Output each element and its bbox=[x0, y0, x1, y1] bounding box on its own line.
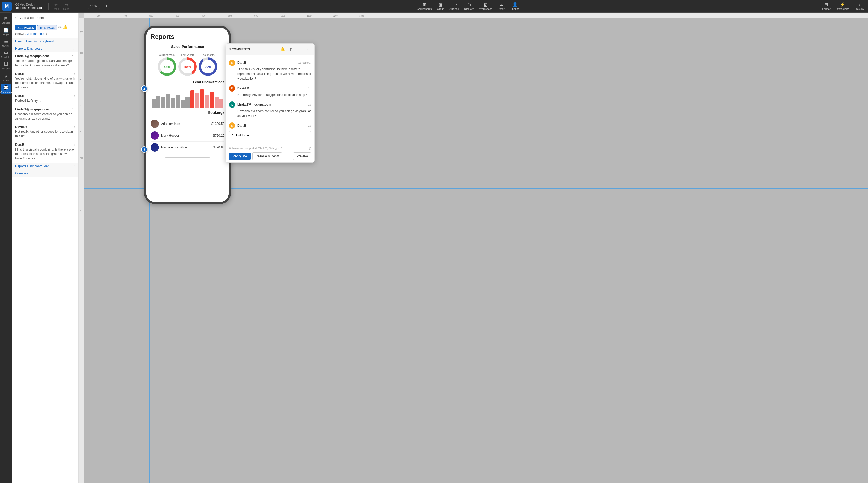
comment-item-2[interactable]: Dan.B 1d You're right. It looks kind of … bbox=[12, 70, 79, 92]
bar-13 bbox=[210, 92, 214, 108]
bar-15 bbox=[219, 99, 223, 108]
ct-messages: D Dan.B 1d(edited) I find this visually … bbox=[226, 55, 314, 129]
sidebar-item-icons[interactable]: ★ Icons bbox=[1, 72, 11, 83]
bar-14 bbox=[215, 97, 218, 108]
ct-time-dan2: 1d bbox=[308, 124, 311, 127]
visibility-icon[interactable]: 👁 bbox=[58, 25, 62, 30]
preview-thread-button[interactable]: Preview bbox=[293, 152, 311, 160]
ct-actions: 🔔 🗑 ‹ › bbox=[279, 45, 311, 53]
comment-item-5[interactable]: David.R 1d Not really. Any other suggest… bbox=[12, 123, 79, 141]
lead-underline bbox=[151, 85, 224, 85]
comment-thread-popup: 4 COMMENTS 🔔 🗑 ‹ › D Dan.B 1d(edited) I … bbox=[225, 43, 315, 163]
bar-5 bbox=[171, 98, 175, 108]
comment-item-1[interactable]: Linda.T@moqups.com 1d These headers get … bbox=[12, 52, 79, 70]
sidebar-item-pages[interactable]: 📄 Pages bbox=[1, 26, 11, 37]
horizontal-guide-1 bbox=[84, 188, 434, 189]
comment-filter: ALL PAGES THIS PAGE 👁 🔔 Show: All commen… bbox=[12, 23, 79, 38]
resolve-reply-button[interactable]: Resolve & Reply bbox=[252, 152, 282, 160]
show-label: Show: bbox=[15, 32, 24, 36]
bar-12 bbox=[205, 95, 209, 108]
ruler-top: 300 400 500 600 700 800 900 1000 1100 12… bbox=[84, 12, 434, 18]
ct-reply-input[interactable]: I'll do it today! bbox=[229, 131, 311, 144]
bar-3 bbox=[161, 97, 165, 108]
ct-msg-header-4: D Dan.B 1d bbox=[229, 123, 311, 129]
comment-sections: User onboarding storyboard › Reports Das… bbox=[12, 38, 79, 242]
ct-author-linda: Linda.T@moqups.com bbox=[237, 103, 271, 106]
all-pages-tab[interactable]: ALL PAGES bbox=[15, 25, 36, 30]
section-user-onboarding[interactable]: User onboarding storyboard › bbox=[12, 38, 79, 45]
sidebar-item-stencils[interactable]: ⊞ Stencils bbox=[1, 15, 11, 25]
filter-tabs: ALL PAGES THIS PAGE 👁 🔔 bbox=[15, 25, 75, 30]
ct-message-2: D David.R 1d Not really. Any other sugge… bbox=[226, 83, 314, 99]
section-reports-dashboard-menu[interactable]: Reports Dashboard Menu › bbox=[12, 163, 79, 170]
ct-text-3: How about a zoom control so you can go a… bbox=[237, 109, 311, 118]
ct-time-dan1: 1d(edited) bbox=[298, 61, 311, 64]
section-reports-dashboard[interactable]: Reports Dashboard ⌄ bbox=[12, 45, 79, 52]
performance-row: Current Week 64% Last Week 40% bbox=[151, 54, 224, 76]
avatar-ada bbox=[151, 120, 159, 128]
zoom-display[interactable]: 100% bbox=[88, 4, 100, 9]
all-comments-link[interactable]: All comments bbox=[25, 32, 44, 36]
bar-9 bbox=[190, 91, 194, 108]
avatar-mark bbox=[151, 131, 159, 140]
ct-author-david: David.R bbox=[237, 87, 249, 90]
section-overview[interactable]: Overview › bbox=[12, 170, 79, 177]
perf-current-week: Current Week 64% bbox=[158, 54, 176, 76]
toolbar: M iOS App Design Reports Dashboard ↩ Und… bbox=[0, 0, 434, 12]
notification-icon[interactable]: 🔔 bbox=[63, 25, 67, 30]
add-comment-header: ⊕ Add a comment bbox=[12, 12, 79, 23]
zoom-minus-button[interactable]: − bbox=[76, 3, 87, 10]
sales-underline bbox=[151, 50, 224, 50]
ct-avatar-dan2: D bbox=[229, 123, 235, 129]
page-name: Reports Dashboard bbox=[15, 6, 42, 10]
comment-item-3[interactable]: Dan.B 1d Perfect! Let's try it. bbox=[12, 92, 79, 105]
bar-10 bbox=[195, 93, 199, 108]
redo-button[interactable]: ↪ Redo bbox=[61, 1, 71, 11]
ct-reply-area: I'll do it today! ⌘ Markdown supported: … bbox=[226, 129, 314, 162]
comment-item-6[interactable]: Dan.B 1d I find this visually confusing.… bbox=[12, 141, 79, 163]
add-comment-button[interactable]: ⊕ Add a comment bbox=[15, 15, 44, 20]
lead-optimizations-label: Lead Optimizations bbox=[151, 80, 224, 84]
bar-11 bbox=[200, 89, 204, 108]
ct-next-button[interactable]: › bbox=[304, 45, 311, 53]
sidebar-item-templates[interactable]: 🗂 Templates bbox=[1, 49, 11, 60]
perf-last-week: Last Week 40% bbox=[178, 54, 197, 76]
reply-button[interactable]: Reply ⌘↵ bbox=[229, 153, 251, 160]
dropdown-arrow[interactable]: ▾ bbox=[46, 32, 48, 36]
reports-content: Reports Sales Performance Current Week 6… bbox=[146, 28, 229, 202]
undo-button[interactable]: ↩ Undo bbox=[51, 1, 61, 11]
booking-row-1: Ada Lovelace $1300.50 bbox=[151, 118, 224, 130]
ruler-left: 200 300 400 500 600 700 800 900 bbox=[79, 18, 84, 242]
ct-author-dan2: Dan.B bbox=[237, 124, 247, 127]
ct-title: 4 COMMENTS bbox=[229, 47, 277, 51]
circle-last-week: 40% bbox=[178, 57, 197, 76]
bar-1 bbox=[152, 99, 156, 108]
booking-row-2: Mark Hopper $720.25 bbox=[151, 130, 224, 141]
ct-message-3: L Linda.T@moqups.com 1d How about a zoom… bbox=[226, 99, 314, 120]
ct-avatar-linda: L bbox=[229, 101, 235, 108]
components-button[interactable]: ⊞ Components bbox=[415, 1, 434, 11]
avatar-margaret bbox=[151, 143, 159, 152]
app-logo[interactable]: M bbox=[2, 2, 11, 11]
app-title: iOS App Design Reports Dashboard bbox=[15, 3, 42, 10]
sidebar-item-images[interactable]: 🖼 Images bbox=[1, 61, 11, 71]
comment-item-4[interactable]: Linda.T@moqups.com 1d How about a zoom c… bbox=[12, 105, 79, 123]
ct-avatar-david: D bbox=[229, 85, 235, 92]
ct-time-linda: 1d bbox=[308, 103, 311, 106]
ct-delete-button[interactable]: 🗑 bbox=[287, 45, 294, 53]
sidebar-item-outline[interactable]: ☰ Outline bbox=[1, 38, 11, 48]
sidebar-item-comments[interactable]: 💬 Comments bbox=[1, 84, 11, 94]
comment-marker-2[interactable]: 2 bbox=[141, 86, 147, 92]
this-page-tab[interactable]: THIS PAGE bbox=[37, 25, 57, 30]
ct-prev-button[interactable]: ‹ bbox=[296, 45, 303, 53]
filter-row: Show: All comments ▾ bbox=[15, 32, 75, 36]
left-sidebar: ⊞ Stencils 📄 Pages ☰ Outline 🗂 Templates… bbox=[0, 12, 12, 242]
bar-6 bbox=[176, 95, 180, 108]
app-name: iOS App Design bbox=[15, 3, 42, 6]
booking-row-3: Margaret Hamilton $420.83 bbox=[151, 141, 224, 153]
ct-msg-header-3: L Linda.T@moqups.com 1d bbox=[229, 101, 311, 108]
zoom-plus-button[interactable]: + bbox=[101, 3, 112, 10]
bar-8 bbox=[185, 97, 189, 108]
comment-marker-3[interactable]: 3 bbox=[141, 146, 147, 153]
ct-mute-button[interactable]: 🔔 bbox=[279, 45, 286, 53]
